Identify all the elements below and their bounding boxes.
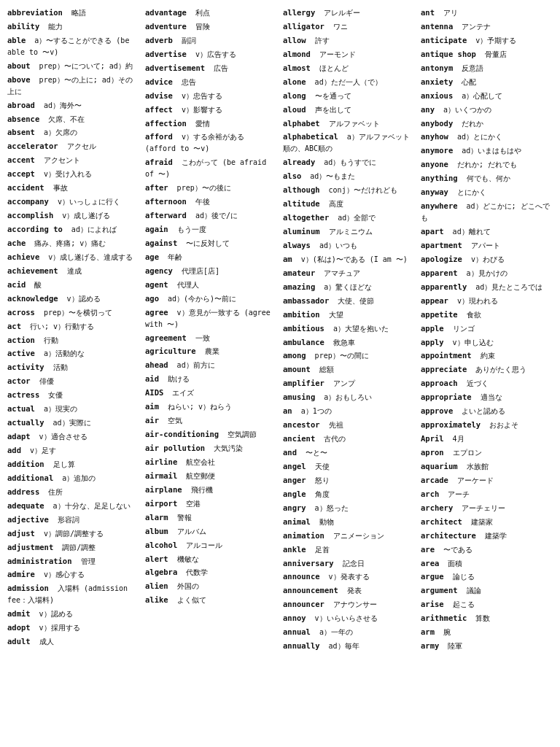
- reading-label: 欠席、不在: [41, 115, 85, 123]
- word-label: advice: [145, 77, 173, 86]
- word-label: approve: [421, 406, 453, 415]
- list-item: am v）(私は)〜である (I am 〜): [283, 254, 415, 266]
- list-item: adopt v）採用する: [7, 622, 139, 634]
- word-label: animation: [283, 531, 324, 540]
- reading-label: a）見かけの: [459, 269, 508, 277]
- list-item: adjust v）調節/調整する: [7, 528, 139, 540]
- word-label: alarm: [145, 513, 168, 522]
- list-item: able a）〜することができる (be able to 〜v): [7, 35, 139, 58]
- reading-label: 代理店[店]: [174, 267, 219, 275]
- word-label: ability: [7, 22, 39, 31]
- word-label: able: [7, 36, 26, 44]
- list-item: affection 愛情: [145, 118, 277, 130]
- list-item: alcohol アルコール: [145, 540, 277, 551]
- list-item: afford v）する余裕がある (afford to 〜v): [145, 131, 277, 155]
- list-item: actually ad）実際に: [7, 417, 139, 429]
- word-label: almost: [283, 63, 311, 72]
- word-label: agent: [145, 280, 168, 289]
- reading-label: v）広告する: [188, 50, 236, 58]
- word-label: apparent: [421, 268, 458, 277]
- reading-label: 建築学: [478, 532, 507, 540]
- word-label: among: [283, 351, 306, 360]
- word-label: and: [283, 448, 297, 457]
- list-item: age 年齢: [145, 252, 277, 263]
- word-label: airmail: [145, 471, 177, 480]
- list-item: arcade アーケード: [421, 475, 553, 487]
- reading-label: v）足す: [23, 446, 56, 454]
- word-label: along: [283, 91, 306, 100]
- word-label: arcade: [421, 476, 448, 484]
- list-item: appreciate ありがたく思う: [421, 364, 553, 376]
- list-item: anymore ad）いまはもはや: [421, 145, 553, 157]
- reading-label: ad）いまはもはや: [454, 147, 521, 155]
- word-label: advise: [145, 91, 173, 100]
- word-label: actress: [7, 390, 39, 399]
- list-item: after prep）〜の後に: [145, 182, 277, 194]
- list-item: antonym 反意語: [421, 63, 553, 74]
- list-item: adjective 形容詞: [7, 514, 139, 526]
- word-label: anymore: [421, 146, 453, 155]
- reading-label: ad）(今から)〜前に: [160, 295, 236, 303]
- list-item: an a）1つの: [283, 406, 415, 417]
- reading-label: ad）見たところでは: [468, 283, 542, 291]
- reading-label: 外国の: [170, 582, 199, 590]
- list-item: alphabet アルファベット: [283, 118, 415, 130]
- reading-label: 利点: [188, 9, 210, 17]
- list-item: apparently ad）見たところでは: [421, 282, 553, 293]
- reading-label: アーチ: [440, 490, 470, 498]
- list-item: apart ad）離れて: [421, 226, 553, 238]
- reading-label: 声を出して: [308, 106, 351, 114]
- word-label: angle: [283, 489, 306, 498]
- reading-label: 大使、使節: [330, 297, 374, 305]
- reading-label: 女優: [41, 391, 63, 399]
- word-label: am: [283, 255, 292, 263]
- reading-label: 水族館: [459, 462, 489, 471]
- reading-label: 農業: [198, 347, 219, 355]
- word-label: administration: [7, 557, 72, 565]
- word-label: ago: [145, 294, 159, 303]
- word-label: AIDS: [145, 388, 163, 397]
- list-item: ache 痛み、疼痛; v）痛む: [7, 238, 139, 249]
- list-item: alone ad）ただ一人（で）: [283, 77, 415, 88]
- list-item: almond アーモンド: [283, 49, 415, 61]
- word-label: arm: [421, 627, 435, 636]
- reading-label: 代理人: [170, 281, 199, 289]
- reading-label: 酸: [27, 281, 42, 289]
- reading-label: a）おもしろい: [316, 393, 372, 401]
- list-item: apartment アパート: [421, 240, 553, 252]
- reading-label: 飛行機: [184, 486, 213, 494]
- list-item: anger 怒り: [283, 475, 415, 487]
- reading-label: v）わびる: [464, 255, 505, 263]
- list-item: achievement 達成: [7, 266, 139, 277]
- reading-label: a）大望を抱いた: [326, 325, 389, 333]
- word-label: activity: [7, 363, 44, 371]
- reading-label: ねらい; v）ねらう: [160, 403, 232, 411]
- word-label: active: [7, 349, 35, 357]
- reading-label: 航空郵便: [179, 472, 215, 480]
- reading-label: ad）ただ一人（で）: [308, 78, 382, 86]
- list-item: actress 女優: [7, 390, 139, 401]
- reading-label: 航空会社: [179, 458, 215, 466]
- list-item: aloud 声を出して: [283, 104, 415, 116]
- list-item: announcer アナウンサー: [283, 599, 415, 611]
- reading-label: a）一年の: [312, 628, 353, 636]
- reading-label: ad）海外〜: [36, 101, 82, 109]
- reading-label: 許す: [308, 36, 330, 44]
- reading-label: v）いらいらさせる: [308, 614, 378, 622]
- word-label: antonym: [421, 63, 453, 72]
- list-item: above prep）〜の上に; ad）その上に: [7, 74, 139, 98]
- word-label: arise: [421, 600, 444, 608]
- word-label: against: [145, 239, 177, 247]
- reading-label: 略語: [64, 9, 86, 17]
- list-item: altogether ad）全部で: [283, 212, 415, 224]
- list-item: across prep）〜を横切って: [7, 307, 139, 319]
- reading-label: 代数学: [179, 568, 208, 576]
- word-label: accident: [7, 183, 44, 192]
- list-item: acknowledge v）認める: [7, 293, 139, 305]
- word-label: anxiety: [421, 77, 453, 86]
- list-item: ahead ad）前方に: [145, 360, 277, 371]
- word-label: antique shop: [421, 50, 476, 58]
- word-label: allow: [283, 36, 306, 44]
- reading-label: アルファベット: [322, 120, 380, 128]
- reading-label: アーモンド: [312, 50, 356, 58]
